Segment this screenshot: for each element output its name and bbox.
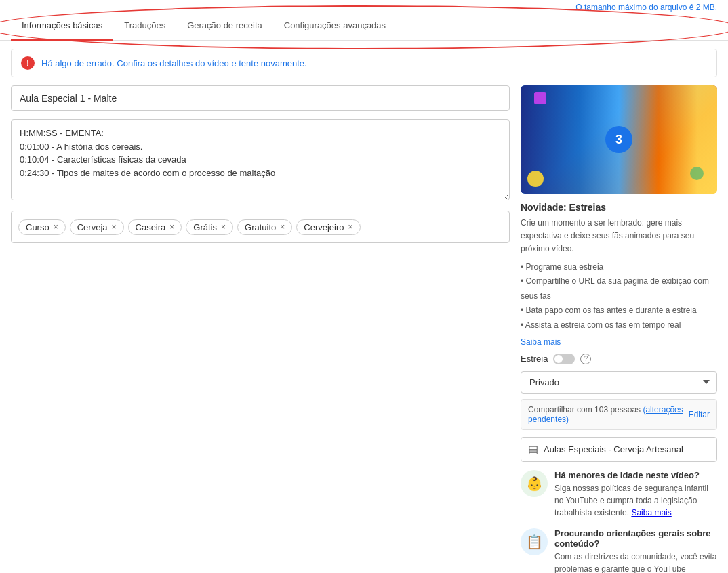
privacy-select[interactable]: Privado Público Não listado	[521, 371, 717, 394]
tab-configuracoes-avancadas[interactable]: Configurações avançadas	[273, 12, 397, 41]
tabs-bar: Informações básicas Traduções Geração de…	[0, 12, 728, 41]
saiba-mais-link[interactable]: Saiba mais	[521, 337, 717, 347]
tag-gratis-remove[interactable]: ×	[221, 222, 226, 232]
main-layout: H:MM:SS - EMENTA: 0:01:00 - A história d…	[0, 85, 728, 573]
kids-link[interactable]: Saiba mais	[631, 508, 671, 517]
novidade-title: Novidade: Estreias	[521, 202, 717, 213]
guide-avatar: 📋	[521, 528, 548, 555]
tag-cerveja: Cerveja ×	[70, 219, 124, 235]
tab-geracao-de-receita[interactable]: Geração de receita	[176, 12, 273, 41]
playlist-label: Aulas Especiais - Cerveja Artesanal	[544, 444, 683, 454]
kids-info-content: Há menores de idade neste vídeo? Siga no…	[554, 470, 717, 519]
left-panel: H:MM:SS - EMENTA: 0:01:00 - A história d…	[11, 85, 510, 573]
kids-info-card: 👶 Há menores de idade neste vídeo? Siga …	[521, 470, 717, 519]
bullet-list: • Programe sua estreia • Compartilhe o U…	[521, 260, 717, 333]
tag-curso: Curso ×	[18, 219, 66, 235]
tag-cervejeiro: Cervejeiro ×	[296, 219, 360, 235]
estreia-help-icon[interactable]: ?	[580, 354, 591, 364]
error-text: Há algo de errado. Confira os detalhes d…	[41, 58, 307, 68]
top-note: O tamanho máximo do arquivo é 2 MB.	[0, 0, 728, 12]
tag-curso-remove[interactable]: ×	[54, 222, 58, 232]
novidade-text: Crie um momento a ser lembrado: gere mai…	[521, 217, 717, 256]
error-link[interactable]: Confira os detalhes do vídeo e tente nov…	[117, 58, 306, 68]
tab-traducoes[interactable]: Traduções	[113, 12, 176, 41]
tag-cerveja-remove[interactable]: ×	[112, 222, 117, 232]
video-number-badge: 3	[605, 126, 632, 153]
guide-info-card: 📋 Procurando orientações gerais sobre co…	[521, 528, 717, 573]
playlist-row[interactable]: ▤ Aulas Especiais - Cerveja Artesanal	[521, 437, 717, 462]
estreia-label: Estreia	[521, 354, 548, 364]
video-thumbnail: 3	[521, 85, 717, 194]
error-banner: ! Há algo de errado. Confira os detalhes…	[11, 49, 717, 77]
tag-caseira: Caseira ×	[128, 219, 182, 235]
tag-gratis: Grátis ×	[186, 219, 233, 235]
tag-cervejeiro-remove[interactable]: ×	[348, 222, 353, 232]
title-input[interactable]	[11, 85, 510, 111]
guide-info-content: Procurando orientações gerais sobre cont…	[554, 528, 717, 573]
playlist-icon: ▤	[528, 443, 538, 456]
share-info-box: Compartilhar com 103 pessoas (alterações…	[521, 399, 717, 430]
estreia-toggle[interactable]	[553, 354, 575, 364]
tab-informacoes-basicas[interactable]: Informações básicas	[11, 12, 113, 41]
right-panel: 3 Novidade: Estreias Crie um momento a s…	[521, 85, 717, 573]
guide-title: Procurando orientações gerais sobre cont…	[554, 528, 717, 549]
guide-text: Com as diretrizes da comunidade, você ev…	[554, 551, 717, 573]
kids-text: Siga nossas políticas de segurança infan…	[554, 482, 717, 519]
tag-gratuito-remove[interactable]: ×	[280, 222, 285, 232]
tag-gratuito: Gratuito ×	[237, 219, 292, 235]
estreia-row: Estreia ?	[521, 354, 717, 364]
top-note-text: O tamanho máximo do arquivo é 2 MB.	[575, 3, 717, 12]
kids-title: Há menores de idade neste vídeo?	[554, 470, 717, 480]
share-info-text: Compartilhar com 103 pessoas (alterações…	[528, 405, 689, 424]
edit-button[interactable]: Editar	[689, 410, 710, 419]
tag-caseira-remove[interactable]: ×	[169, 222, 174, 232]
tags-container: Curso × Cerveja × Caseira × Grátis × Gra…	[11, 211, 510, 243]
kids-avatar: 👶	[521, 470, 548, 497]
description-textarea[interactable]: H:MM:SS - EMENTA: 0:01:00 - A história d…	[11, 119, 510, 200]
error-icon: !	[21, 56, 35, 70]
